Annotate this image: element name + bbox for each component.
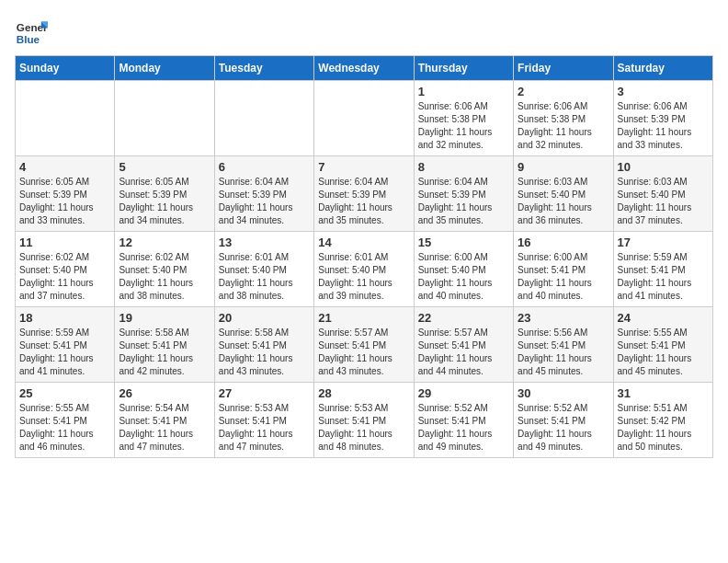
day-info: Sunrise: 6:04 AM Sunset: 5:39 PM Dayligh…	[219, 176, 310, 227]
day-number: 30	[518, 386, 609, 400]
day-info: Sunrise: 6:04 AM Sunset: 5:39 PM Dayligh…	[418, 176, 509, 227]
day-number: 27	[219, 386, 310, 400]
day-info: Sunrise: 6:03 AM Sunset: 5:40 PM Dayligh…	[618, 176, 709, 227]
calendar-cell: 22Sunrise: 5:57 AM Sunset: 5:41 PM Dayli…	[414, 307, 513, 383]
day-info: Sunrise: 6:00 AM Sunset: 5:40 PM Dayligh…	[418, 251, 509, 303]
calendar-cell: 23Sunrise: 5:56 AM Sunset: 5:41 PM Dayli…	[514, 307, 613, 383]
day-info: Sunrise: 6:00 AM Sunset: 5:41 PM Dayligh…	[518, 251, 609, 303]
weekday-header: Tuesday	[214, 56, 313, 81]
calendar-table: SundayMondayTuesdayWednesdayThursdayFrid…	[15, 55, 713, 458]
day-info: Sunrise: 5:52 AM Sunset: 5:41 PM Dayligh…	[418, 402, 509, 454]
day-number: 3	[618, 85, 709, 98]
day-info: Sunrise: 5:53 AM Sunset: 5:41 PM Dayligh…	[318, 402, 409, 454]
day-number: 14	[318, 236, 409, 249]
day-number: 15	[418, 236, 509, 249]
calendar-cell	[115, 81, 214, 156]
day-number: 20	[219, 311, 310, 325]
calendar-cell: 30Sunrise: 5:52 AM Sunset: 5:41 PM Dayli…	[514, 383, 613, 458]
day-info: Sunrise: 5:57 AM Sunset: 5:41 PM Dayligh…	[418, 327, 509, 378]
calendar-cell: 20Sunrise: 5:58 AM Sunset: 5:41 PM Dayli…	[214, 307, 313, 383]
calendar-cell: 26Sunrise: 5:54 AM Sunset: 5:41 PM Dayli…	[115, 383, 214, 458]
calendar-cell: 29Sunrise: 5:52 AM Sunset: 5:41 PM Dayli…	[414, 383, 513, 458]
day-number: 2	[518, 85, 609, 98]
day-info: Sunrise: 5:55 AM Sunset: 5:41 PM Dayligh…	[618, 327, 709, 378]
calendar-cell	[314, 81, 414, 156]
calendar-cell: 8Sunrise: 6:04 AM Sunset: 5:39 PM Daylig…	[414, 156, 513, 232]
day-number: 19	[119, 311, 210, 325]
day-info: Sunrise: 6:02 AM Sunset: 5:40 PM Dayligh…	[119, 251, 210, 303]
day-info: Sunrise: 5:59 AM Sunset: 5:41 PM Dayligh…	[19, 327, 110, 378]
day-number: 11	[19, 236, 110, 249]
calendar-cell: 21Sunrise: 5:57 AM Sunset: 5:41 PM Dayli…	[314, 307, 414, 383]
weekday-header: Thursday	[414, 56, 513, 81]
day-number: 1	[418, 85, 509, 98]
calendar-cell: 17Sunrise: 5:59 AM Sunset: 5:41 PM Dayli…	[613, 232, 712, 307]
calendar-cell: 3Sunrise: 6:06 AM Sunset: 5:39 PM Daylig…	[613, 81, 712, 156]
calendar-cell: 11Sunrise: 6:02 AM Sunset: 5:40 PM Dayli…	[16, 232, 115, 307]
page-header: General Blue	[15, 15, 713, 48]
day-info: Sunrise: 6:03 AM Sunset: 5:40 PM Dayligh…	[518, 176, 609, 227]
day-info: Sunrise: 5:54 AM Sunset: 5:41 PM Dayligh…	[119, 402, 210, 454]
day-number: 31	[618, 386, 709, 400]
calendar-cell: 6Sunrise: 6:04 AM Sunset: 5:39 PM Daylig…	[214, 156, 313, 232]
day-number: 29	[418, 386, 509, 400]
day-info: Sunrise: 5:55 AM Sunset: 5:41 PM Dayligh…	[19, 402, 110, 454]
day-number: 12	[119, 236, 210, 249]
day-info: Sunrise: 6:02 AM Sunset: 5:40 PM Dayligh…	[19, 251, 110, 303]
calendar-cell: 12Sunrise: 6:02 AM Sunset: 5:40 PM Dayli…	[115, 232, 214, 307]
day-number: 28	[318, 386, 409, 400]
calendar-cell: 27Sunrise: 5:53 AM Sunset: 5:41 PM Dayli…	[214, 383, 313, 458]
day-info: Sunrise: 5:59 AM Sunset: 5:41 PM Dayligh…	[618, 251, 709, 303]
calendar-cell: 1Sunrise: 6:06 AM Sunset: 5:38 PM Daylig…	[414, 81, 513, 156]
day-number: 5	[119, 160, 210, 174]
weekday-header: Wednesday	[314, 56, 414, 81]
day-number: 26	[119, 386, 210, 400]
calendar-cell: 31Sunrise: 5:51 AM Sunset: 5:42 PM Dayli…	[613, 383, 712, 458]
day-info: Sunrise: 6:05 AM Sunset: 5:39 PM Dayligh…	[19, 176, 110, 227]
day-info: Sunrise: 6:05 AM Sunset: 5:39 PM Dayligh…	[119, 176, 210, 227]
calendar-cell: 9Sunrise: 6:03 AM Sunset: 5:40 PM Daylig…	[514, 156, 613, 232]
weekday-header: Friday	[514, 56, 613, 81]
day-number: 16	[518, 236, 609, 249]
calendar-cell: 13Sunrise: 6:01 AM Sunset: 5:40 PM Dayli…	[214, 232, 313, 307]
day-number: 8	[418, 160, 509, 174]
calendar-cell: 18Sunrise: 5:59 AM Sunset: 5:41 PM Dayli…	[16, 307, 115, 383]
svg-text:Blue: Blue	[17, 33, 40, 45]
day-number: 13	[219, 236, 310, 249]
day-number: 9	[518, 160, 609, 174]
day-info: Sunrise: 6:01 AM Sunset: 5:40 PM Dayligh…	[318, 251, 409, 303]
calendar-cell	[214, 81, 313, 156]
logo: General Blue	[15, 15, 48, 48]
calendar-cell	[16, 81, 115, 156]
day-number: 4	[19, 160, 110, 174]
day-number: 10	[618, 160, 709, 174]
calendar-cell: 2Sunrise: 6:06 AM Sunset: 5:38 PM Daylig…	[514, 81, 613, 156]
logo-icon: General Blue	[15, 15, 48, 48]
calendar-cell: 24Sunrise: 5:55 AM Sunset: 5:41 PM Dayli…	[613, 307, 712, 383]
day-number: 18	[19, 311, 110, 325]
day-number: 24	[618, 311, 709, 325]
day-info: Sunrise: 5:53 AM Sunset: 5:41 PM Dayligh…	[219, 402, 310, 454]
calendar-cell: 14Sunrise: 6:01 AM Sunset: 5:40 PM Dayli…	[314, 232, 414, 307]
day-info: Sunrise: 6:04 AM Sunset: 5:39 PM Dayligh…	[318, 176, 409, 227]
calendar-cell: 7Sunrise: 6:04 AM Sunset: 5:39 PM Daylig…	[314, 156, 414, 232]
day-number: 23	[518, 311, 609, 325]
day-info: Sunrise: 6:06 AM Sunset: 5:38 PM Dayligh…	[518, 100, 609, 152]
day-number: 22	[418, 311, 509, 325]
calendar-cell: 16Sunrise: 6:00 AM Sunset: 5:41 PM Dayli…	[514, 232, 613, 307]
day-info: Sunrise: 5:51 AM Sunset: 5:42 PM Dayligh…	[618, 402, 709, 454]
day-info: Sunrise: 5:58 AM Sunset: 5:41 PM Dayligh…	[219, 327, 310, 378]
calendar-cell: 25Sunrise: 5:55 AM Sunset: 5:41 PM Dayli…	[16, 383, 115, 458]
day-number: 17	[618, 236, 709, 249]
weekday-header: Sunday	[16, 56, 115, 81]
weekday-header: Saturday	[613, 56, 712, 81]
calendar-cell: 19Sunrise: 5:58 AM Sunset: 5:41 PM Dayli…	[115, 307, 214, 383]
calendar-cell: 5Sunrise: 6:05 AM Sunset: 5:39 PM Daylig…	[115, 156, 214, 232]
calendar-cell: 28Sunrise: 5:53 AM Sunset: 5:41 PM Dayli…	[314, 383, 414, 458]
day-info: Sunrise: 6:06 AM Sunset: 5:39 PM Dayligh…	[618, 100, 709, 152]
day-info: Sunrise: 5:58 AM Sunset: 5:41 PM Dayligh…	[119, 327, 210, 378]
day-info: Sunrise: 5:56 AM Sunset: 5:41 PM Dayligh…	[518, 327, 609, 378]
calendar-cell: 10Sunrise: 6:03 AM Sunset: 5:40 PM Dayli…	[613, 156, 712, 232]
day-info: Sunrise: 5:52 AM Sunset: 5:41 PM Dayligh…	[518, 402, 609, 454]
day-info: Sunrise: 6:06 AM Sunset: 5:38 PM Dayligh…	[418, 100, 509, 152]
